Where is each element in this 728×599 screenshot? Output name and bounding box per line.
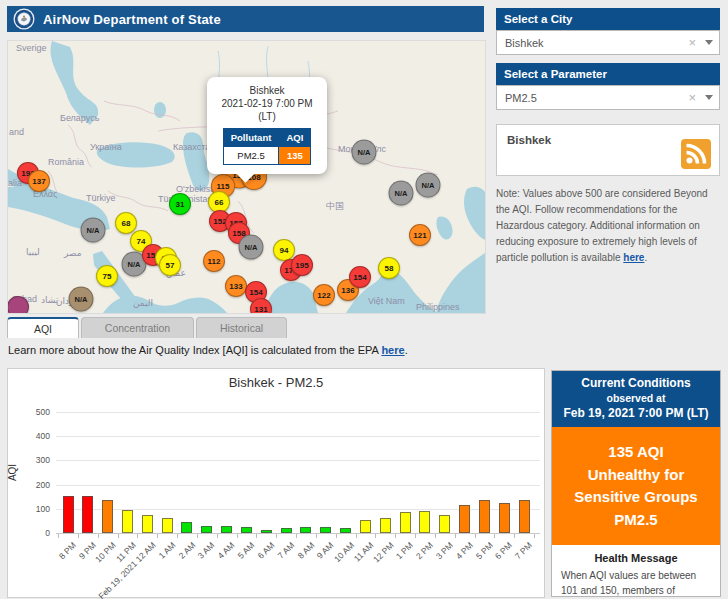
- feed-city-label: Bishkek: [507, 134, 551, 146]
- chart-bar[interactable]: [499, 503, 510, 533]
- current-conditions-header: Current Conditions observed at Feb 19, 2…: [552, 371, 720, 427]
- chart-x-tick: [137, 534, 138, 538]
- chart-bar[interactable]: [181, 522, 192, 533]
- popup-pollutant-value: PM2.5: [223, 147, 279, 165]
- map-aqi-marker[interactable]: [7, 296, 29, 314]
- chart-x-tick-label: 8 PM: [57, 540, 78, 561]
- page: AirNow Department of State: [0, 0, 728, 599]
- map-aqi-marker[interactable]: 112: [203, 250, 225, 272]
- app-header: AirNow Department of State: [7, 6, 484, 32]
- map-aqi-marker[interactable]: 121: [409, 224, 431, 246]
- map-aqi-marker[interactable]: 154: [349, 266, 371, 288]
- chart-bar[interactable]: [419, 511, 430, 533]
- map-aqi-marker[interactable]: 122: [313, 284, 335, 306]
- chart-bar[interactable]: [320, 527, 331, 533]
- note-here-link[interactable]: here: [623, 252, 644, 263]
- popup-aqi-value: 135: [279, 147, 311, 165]
- chart-x-tick-label: 10 PM: [93, 540, 117, 564]
- chart-bar[interactable]: [142, 515, 153, 533]
- chart-gridline: [56, 460, 540, 461]
- chart-bar[interactable]: [241, 527, 252, 533]
- app-title: AirNow Department of State: [43, 12, 221, 27]
- map-aqi-marker[interactable]: 57: [159, 254, 181, 276]
- note-suffix: .: [644, 252, 647, 263]
- chart-bar[interactable]: [82, 496, 93, 533]
- map-aqi-marker[interactable]: 131: [250, 298, 272, 314]
- chart-x-tick-label: 1 PM: [394, 540, 415, 561]
- chart-x-tick: [98, 534, 99, 538]
- map-aqi-marker[interactable]: 31: [169, 193, 191, 215]
- map-aqi-marker[interactable]: 68: [115, 212, 137, 234]
- chart-x-tick-label: 6 PM: [493, 540, 514, 561]
- map[interactable]: Bishkek 2021-02-19 7:00 PM (LT) Pollutan…: [7, 40, 486, 314]
- map-aqi-marker[interactable]: 133: [225, 275, 247, 297]
- learn-more-here-link[interactable]: here: [381, 344, 404, 356]
- map-country-label: اليمن: [133, 298, 153, 308]
- chart-bar[interactable]: [162, 518, 173, 533]
- map-aqi-marker[interactable]: 58: [378, 257, 400, 279]
- chart-gridline: [56, 436, 540, 437]
- chevron-down-icon[interactable]: [705, 40, 713, 45]
- rss-icon[interactable]: [681, 139, 711, 169]
- chart-x-tick: [237, 534, 238, 538]
- chart-bar[interactable]: [380, 518, 391, 533]
- chart-bar[interactable]: [201, 526, 212, 533]
- map-country-label: ليبيا: [26, 247, 40, 257]
- map-aqi-marker[interactable]: N/A: [81, 218, 106, 243]
- chart-x-tick-label: 4 AM: [216, 540, 237, 561]
- clear-parameter-icon[interactable]: ×: [688, 91, 696, 104]
- chart-x-tick: [375, 534, 376, 538]
- chart-x-tick: [256, 534, 257, 538]
- chart-x-tick: [157, 534, 158, 538]
- chart-bar[interactable]: [459, 505, 470, 533]
- chart-x-tick: [316, 534, 317, 538]
- tab-aqi[interactable]: AQI: [7, 317, 79, 338]
- map-country-label: مصر: [64, 248, 82, 258]
- chart-bar[interactable]: [360, 520, 371, 533]
- chart-bar[interactable]: [439, 515, 450, 533]
- chart-x-tick-label: 6 AM: [256, 540, 277, 561]
- parameter-select[interactable]: PM2.5 ×: [496, 85, 720, 110]
- chart-bar[interactable]: [102, 500, 113, 533]
- map-aqi-marker[interactable]: 137: [28, 170, 50, 192]
- parameter-select-value: PM2.5: [503, 92, 688, 104]
- map-aqi-marker[interactable]: N/A: [352, 140, 377, 165]
- map-aqi-marker[interactable]: N/A: [416, 173, 441, 198]
- map-aqi-marker[interactable]: N/A: [389, 181, 414, 206]
- map-aqi-marker[interactable]: N/A: [69, 287, 94, 312]
- chart-bar[interactable]: [122, 510, 133, 533]
- chart-x-tick: [494, 534, 495, 538]
- chart-gridline: [56, 412, 540, 413]
- chevron-down-icon[interactable]: [705, 95, 713, 100]
- clear-city-icon[interactable]: ×: [688, 36, 696, 49]
- tab-historical[interactable]: Historical: [196, 317, 287, 338]
- chart-bar[interactable]: [519, 500, 530, 533]
- chart-bar[interactable]: [400, 512, 411, 533]
- map-aqi-marker[interactable]: 195: [291, 254, 313, 276]
- chart-x-tick: [475, 534, 476, 538]
- tab-concentration[interactable]: Concentration: [81, 317, 194, 338]
- map-aqi-marker[interactable]: 75: [96, 265, 118, 287]
- chart-y-tick-label: 500: [8, 407, 50, 417]
- chart-x-tick-label: 2 PM: [414, 540, 435, 561]
- map-aqi-marker[interactable]: 94: [273, 239, 295, 261]
- chart-bar[interactable]: [63, 496, 74, 533]
- dos-seal-logo: [13, 8, 35, 30]
- chart-x-tick: [395, 534, 396, 538]
- map-aqi-marker[interactable]: N/A: [239, 235, 264, 260]
- map-country-label: Sverige: [16, 43, 47, 53]
- aqi-summary-box: 135 AQI Unhealthy for Sensitive Groups P…: [552, 427, 720, 545]
- map-country-label: Türkiye: [86, 193, 116, 203]
- chart-bar[interactable]: [281, 528, 292, 533]
- chart-bar[interactable]: [340, 528, 351, 533]
- chart-bar[interactable]: [300, 527, 311, 533]
- chart-x-tick-label: 8 AM: [295, 540, 316, 561]
- observed-datetime: Feb 19, 2021 7:00 PM (LT): [554, 406, 718, 420]
- city-select[interactable]: Bishkek ×: [496, 30, 720, 55]
- chart-bar[interactable]: [261, 530, 272, 533]
- chart-bar[interactable]: [479, 500, 490, 533]
- chart-x-tick-label: 12 PM: [371, 540, 395, 564]
- chart-bar[interactable]: [221, 526, 232, 533]
- popup-city: Bishkek: [211, 84, 323, 97]
- map-country-label: 中国: [326, 200, 344, 213]
